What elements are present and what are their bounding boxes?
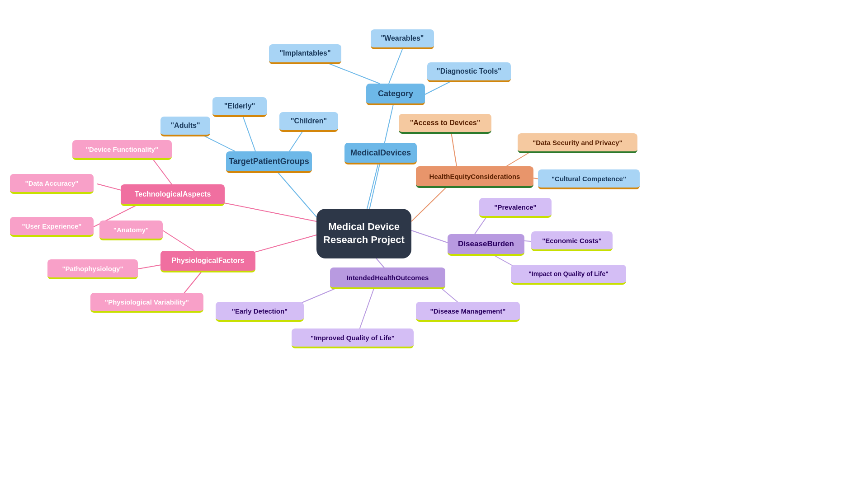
early-detection-label: "Early Detection": [232, 307, 288, 315]
elderly-label: "Elderly": [224, 102, 255, 110]
node-physiological-factors[interactable]: PhysiologicalFactors: [160, 251, 255, 272]
node-early-detection[interactable]: "Early Detection": [216, 302, 304, 322]
diagnostic-tools-label: "Diagnostic Tools": [437, 67, 501, 75]
node-health-equity[interactable]: HealthEquityConsiderations: [416, 166, 533, 188]
center-label: Medical Device Research Project: [316, 221, 411, 246]
disease-management-label: "Disease Management": [430, 307, 506, 315]
svg-line-2: [389, 49, 402, 84]
wearables-label: "Wearables": [381, 34, 424, 42]
impact-quality-of-life-label: "Impact on Quality of Life": [528, 270, 609, 277]
node-improved-quality-of-life[interactable]: "Improved Quality of Life": [292, 328, 414, 348]
node-data-accuracy[interactable]: "Data Accuracy": [10, 174, 94, 194]
cultural-competence-label: "Cultural Competence": [552, 175, 626, 183]
prevalence-label: "Prevalence": [494, 203, 536, 211]
node-prevalence[interactable]: "Prevalence": [479, 198, 552, 218]
target-patient-groups-label: TargetPatientGroups: [229, 157, 309, 166]
node-disease-management[interactable]: "Disease Management": [416, 302, 520, 322]
node-diagnostic-tools[interactable]: "Diagnostic Tools": [427, 62, 511, 82]
data-accuracy-label: "Data Accuracy": [25, 179, 79, 187]
children-label: "Children": [291, 117, 327, 125]
node-user-experience[interactable]: "User Experience": [10, 217, 94, 237]
svg-line-14: [163, 230, 194, 251]
technological-aspects-label: TechnologicalAspects: [135, 190, 211, 198]
node-wearables[interactable]: "Wearables": [371, 29, 434, 49]
node-data-security-privacy[interactable]: "Data Security and Privacy": [518, 133, 637, 153]
anatomy-label: "Anatomy": [113, 226, 149, 234]
device-functionality-label: "Device Functionality": [86, 145, 158, 153]
health-equity-label: HealthEquityConsiderations: [429, 173, 520, 180]
adults-label: "Adults": [171, 122, 200, 130]
implantables-label: "Implantables": [280, 49, 331, 57]
node-implantables[interactable]: "Implantables": [269, 44, 341, 64]
physiological-variability-label: "Physiological Variability": [105, 298, 189, 306]
node-target-patient-groups[interactable]: TargetPatientGroups: [226, 151, 312, 173]
user-experience-label: "User Experience": [22, 222, 82, 230]
node-disease-burden[interactable]: DiseaseBurden: [448, 234, 524, 256]
node-adults[interactable]: "Adults": [160, 117, 210, 136]
node-anatomy[interactable]: "Anatomy": [99, 221, 163, 240]
node-medical-devices[interactable]: MedicalDevices: [344, 143, 417, 164]
disease-burden-label: DiseaseBurden: [458, 239, 514, 249]
data-security-privacy-label: "Data Security and Privacy": [533, 139, 622, 146]
economic-costs-label: "Economic Costs": [542, 237, 602, 244]
node-pathophysiology[interactable]: "Pathophysiology": [47, 259, 138, 279]
node-access-to-devices[interactable]: "Access to Devices": [399, 114, 491, 134]
node-impact-quality-of-life[interactable]: "Impact on Quality of Life": [511, 265, 626, 285]
medical-devices-label: MedicalDevices: [350, 148, 411, 158]
node-intended-health-outcomes[interactable]: IntendedHealthOutcomes: [330, 267, 445, 289]
center-node[interactable]: Medical Device Research Project: [316, 209, 411, 258]
node-physiological-variability[interactable]: "Physiological Variability": [90, 293, 203, 313]
node-elderly[interactable]: "Elderly": [212, 97, 267, 117]
node-cultural-competence[interactable]: "Cultural Competence": [538, 169, 640, 189]
intended-health-outcomes-label: IntendedHealthOutcomes: [347, 274, 429, 282]
node-children[interactable]: "Children": [279, 112, 338, 132]
node-device-functionality[interactable]: "Device Functionality": [72, 140, 172, 160]
pathophysiology-label: "Pathophysiology": [62, 265, 123, 272]
node-technological-aspects[interactable]: TechnologicalAspects: [121, 184, 225, 206]
node-economic-costs[interactable]: "Economic Costs": [531, 231, 613, 251]
improved-quality-of-life-label: "Improved Quality of Life": [311, 334, 395, 342]
access-to-devices-label: "Access to Devices": [410, 119, 481, 127]
node-category[interactable]: Category: [366, 84, 425, 105]
physiological-factors-label: PhysiologicalFactors: [172, 257, 245, 265]
category-label: Category: [378, 89, 413, 99]
